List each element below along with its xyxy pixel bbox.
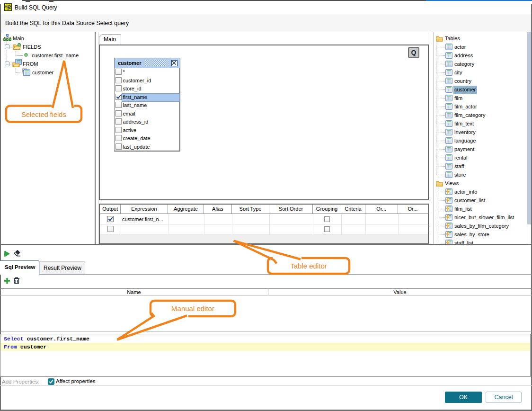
svg-text:Table editor: Table editor [290, 262, 327, 270]
svg-text:Manual editor: Manual editor [171, 304, 214, 313]
